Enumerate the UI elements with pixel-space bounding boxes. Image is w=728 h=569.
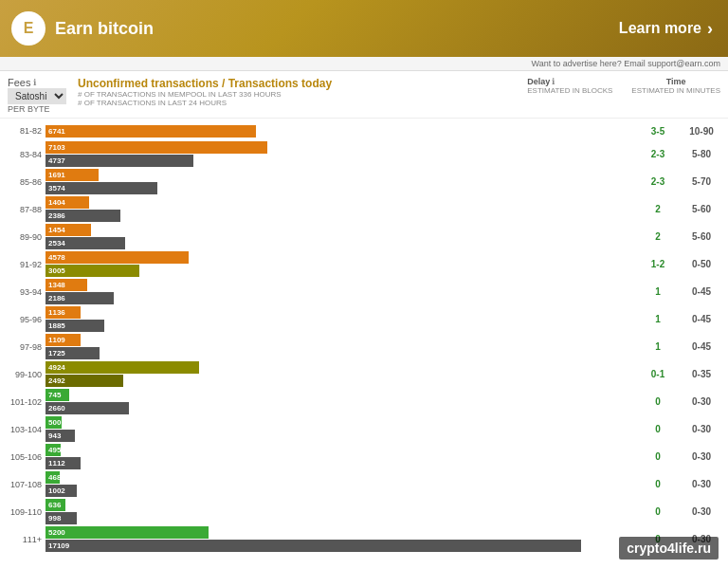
chevron-right-icon: ›	[707, 19, 713, 39]
row-fee-label: 111+	[8, 535, 46, 544]
mempool-bar: 468	[46, 471, 60, 484]
bars-container: 14542534	[46, 224, 635, 249]
fees-label: Fees	[8, 77, 30, 88]
bars-container: 13482186	[46, 279, 635, 304]
time-sub-label: ESTIMATED IN MINUTES	[631, 86, 720, 95]
transactions-bar: 1725	[46, 347, 100, 359]
time-value: 0-30	[682, 506, 720, 517]
delay-value: 1	[639, 314, 677, 324]
delay-value: 1	[639, 341, 677, 352]
fees-info-icon: ℹ	[33, 78, 36, 87]
time-value: 0-45	[682, 314, 720, 324]
mempool-bar: 1109	[46, 334, 81, 346]
chart-row: 111+52001710900-30	[8, 526, 720, 552]
learn-more-button[interactable]: Learn more ›	[619, 19, 713, 39]
learn-more-label: Learn more	[619, 20, 701, 37]
time-value: 0-35	[682, 369, 720, 379]
bars-container: 636998	[46, 499, 635, 524]
transactions-bar: 3574	[46, 182, 157, 194]
chart-row: 105-106495111200-30	[8, 444, 720, 469]
mempool-bar: 4924	[46, 361, 199, 374]
transactions-bar: 1885	[46, 320, 104, 332]
chart-row: 91-92457830051-20-50	[8, 251, 720, 277]
transactions-bar: 2386	[46, 210, 120, 222]
chart-row: 81-8267413-510-90	[8, 122, 720, 139]
controls-left: Fees ℹ Satoshi PER BYTE Unconfirmed tran…	[8, 77, 332, 114]
chart-row: 103-10450094300-30	[8, 416, 720, 442]
bars-container: 11091725	[46, 334, 635, 359]
row-right-values: 00-30	[635, 506, 720, 517]
mempool-bar: 1454	[46, 224, 91, 236]
row-right-values: 10-45	[635, 341, 720, 352]
row-fee-label: 99-100	[8, 370, 46, 379]
time-label: Time	[631, 77, 720, 86]
chart-row: 87-881404238625-60	[8, 196, 720, 222]
tx-header: Unconfirmed transactions / Transactions …	[78, 77, 332, 107]
tx-subtitle1: # OF TRANSACTIONS IN MEMPOOL IN LAST 336…	[78, 90, 332, 99]
time-value: 0-30	[682, 451, 720, 462]
delay-value: 0	[639, 506, 677, 517]
mempool-bar: 4578	[46, 251, 189, 264]
header-left: E Earn bitcoin	[11, 11, 154, 46]
transactions-bar: 4737	[46, 155, 193, 167]
chart-row: 99-100492424920-10-35	[8, 361, 720, 387]
mempool-bar: 500	[46, 416, 62, 429]
controls-row: Fees ℹ Satoshi PER BYTE Unconfirmed tran…	[0, 71, 728, 119]
row-fee-label: 109-110	[8, 507, 46, 517]
transactions-bar: 2534	[46, 237, 125, 249]
bars-container: 6741	[46, 125, 635, 138]
tx-subtitle2: # OF TRANSACTIONS IN LAST 24 HOURS	[78, 99, 332, 107]
chart-row: 95-961136188510-45	[8, 306, 720, 332]
row-fee-label: 87-88	[8, 205, 46, 214]
time-value: 5-80	[682, 149, 720, 159]
time-value: 10-90	[682, 126, 720, 137]
delay-info-icon: ℹ	[552, 77, 555, 86]
delay-value: 2-3	[639, 176, 677, 187]
bars-container: 4681002	[46, 471, 635, 497]
mempool-bar: 1348	[46, 279, 87, 291]
row-fee-label: 95-96	[8, 315, 46, 324]
chart-row: 93-941348218610-45	[8, 279, 720, 304]
delay-value: 1	[639, 286, 677, 297]
watermark: crypto4life.ru	[619, 537, 719, 560]
mempool-bar: 636	[46, 499, 65, 511]
time-value: 0-30	[682, 479, 720, 489]
transactions-bar: 2186	[46, 292, 114, 304]
bars-container: 520017109	[46, 526, 635, 552]
row-fee-label: 83-84	[8, 150, 46, 159]
mempool-bar: 1136	[46, 306, 81, 319]
delay-sub-label: ESTIMATED IN BLOCKS	[527, 86, 612, 95]
row-right-values: 3-510-90	[635, 126, 720, 137]
row-fee-label: 105-106	[8, 452, 46, 462]
row-right-values: 10-45	[635, 286, 720, 297]
chart-row: 107-108468100200-30	[8, 471, 720, 497]
bars-container: 7452660	[46, 389, 635, 414]
row-fee-label: 93-94	[8, 287, 46, 297]
mempool-bar: 7103	[46, 141, 267, 154]
bars-container: 16913574	[46, 169, 635, 194]
delay-value: 0	[639, 451, 677, 462]
chart-row: 89-901454253425-60	[8, 224, 720, 249]
time-value: 0-30	[682, 424, 720, 434]
transactions-bar: 2492	[46, 375, 123, 387]
fees-unit-select[interactable]: Satoshi	[8, 88, 66, 104]
delay-label: Delay	[527, 77, 550, 86]
bars-container: 49242492	[46, 361, 635, 387]
row-fee-label: 85-86	[8, 177, 46, 187]
bars-container: 14042386	[46, 196, 635, 222]
mempool-bar: 495	[46, 444, 61, 456]
bars-container: 45783005	[46, 251, 635, 277]
transactions-bar: 1002	[46, 485, 77, 497]
transactions-bar: 2660	[46, 402, 129, 414]
bars-container: 71034737	[46, 141, 635, 167]
delay-value: 0-1	[639, 369, 677, 379]
header: E Earn bitcoin Learn more ›	[0, 0, 728, 57]
ad-text: Want to advertise here? Email support@ea…	[532, 59, 720, 68]
time-value: 5-70	[682, 176, 720, 187]
delay-value: 3-5	[639, 126, 677, 137]
transactions-bar: 3005	[46, 265, 139, 277]
row-fee-label: 107-108	[8, 480, 46, 489]
row-right-values: 00-30	[635, 451, 720, 462]
chart-row: 101-102745266000-30	[8, 389, 720, 414]
earn-logo: E	[11, 11, 46, 46]
